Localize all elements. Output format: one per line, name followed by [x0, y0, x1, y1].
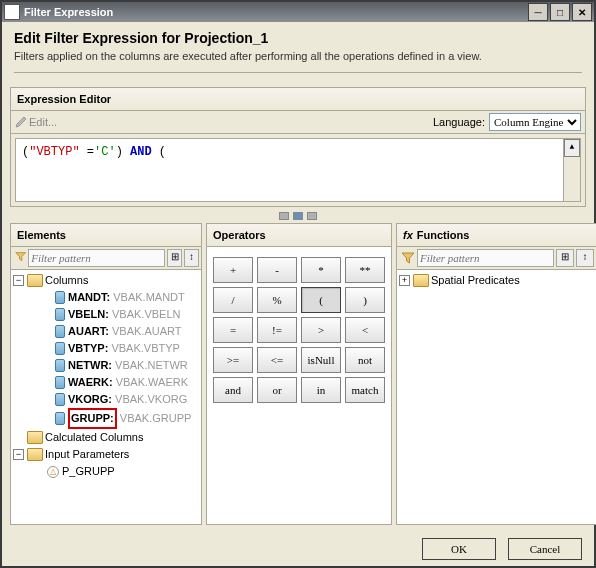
- column-icon: [55, 291, 65, 304]
- edit-link[interactable]: Edit...: [29, 116, 57, 128]
- page-title: Edit Filter Expression for Projection_1: [14, 30, 582, 46]
- elements-filter-input[interactable]: [28, 249, 165, 267]
- operator--button[interactable]: >: [301, 317, 341, 343]
- expand-icon[interactable]: +: [399, 275, 410, 286]
- expression-editor-panel: Expression Editor Edit... Language: Colu…: [10, 87, 586, 207]
- input-parameters-folder[interactable]: Input Parameters: [45, 448, 129, 460]
- columns-folder[interactable]: Columns: [45, 274, 88, 286]
- operator--button[interactable]: <=: [257, 347, 297, 373]
- operator--button[interactable]: **: [345, 257, 385, 283]
- folder-icon: [27, 448, 43, 461]
- operator--button[interactable]: <: [345, 317, 385, 343]
- funnel-icon: [15, 251, 26, 265]
- collapse-all-button[interactable]: ↕: [184, 249, 199, 267]
- elements-tree[interactable]: −ColumnsMANDT: VBAK.MANDTVBELN: VBAK.VBE…: [11, 270, 201, 482]
- page-subtitle: Filters applied on the columns are execu…: [14, 50, 582, 62]
- minimize-button[interactable]: ─: [528, 3, 548, 21]
- column-icon: [55, 359, 65, 372]
- operator-isNull-button[interactable]: isNull: [301, 347, 341, 373]
- splitter[interactable]: [10, 211, 586, 221]
- calculated-columns-folder[interactable]: Calculated Columns: [45, 431, 143, 443]
- column-item[interactable]: GRUPP: VBAK.GRUPP: [13, 408, 199, 429]
- operator--button[interactable]: ): [345, 287, 385, 313]
- operator--button[interactable]: +: [213, 257, 253, 283]
- maximize-button[interactable]: □: [550, 3, 570, 21]
- column-icon: [55, 412, 65, 425]
- expand-all-button[interactable]: ⊞: [556, 249, 574, 267]
- parameter-item[interactable]: △P_GRUPP: [13, 463, 199, 480]
- collapse-all-button[interactable]: ↕: [576, 249, 594, 267]
- language-select[interactable]: Column Engine: [489, 113, 581, 131]
- column-icon: [55, 308, 65, 321]
- operator-or-button[interactable]: or: [257, 377, 297, 403]
- operator--button[interactable]: =: [213, 317, 253, 343]
- column-item[interactable]: VKORG: VBAK.VKORG: [13, 391, 199, 408]
- pencil-icon: [15, 116, 27, 128]
- folder-icon: [27, 431, 43, 444]
- column-item[interactable]: VBTYP: VBAK.VBTYP: [13, 340, 199, 357]
- operator--button[interactable]: (: [301, 287, 341, 313]
- titlebar[interactable]: Filter Expression ─ □ ✕: [2, 2, 594, 22]
- operator--button[interactable]: /: [213, 287, 253, 313]
- code-scrollbar[interactable]: ▲: [563, 139, 580, 201]
- close-button[interactable]: ✕: [572, 3, 592, 21]
- column-icon: [55, 342, 65, 355]
- column-item[interactable]: WAERK: VBAK.WAERK: [13, 374, 199, 391]
- ok-button[interactable]: OK: [422, 538, 496, 560]
- operators-title: Operators: [213, 229, 266, 241]
- column-item[interactable]: AUART: VBAK.AUART: [13, 323, 199, 340]
- functions-tree[interactable]: +Spatial Predicates: [397, 270, 596, 291]
- operators-panel: Operators +-***/%()=!=><>=<=isNullnotand…: [206, 223, 392, 525]
- folder-icon: [413, 274, 429, 287]
- operator--button[interactable]: >=: [213, 347, 253, 373]
- column-icon: [55, 325, 65, 338]
- operator--button[interactable]: !=: [257, 317, 297, 343]
- funnel-icon: [401, 251, 415, 265]
- column-item[interactable]: MANDT: VBAK.MANDT: [13, 289, 199, 306]
- column-icon: [55, 376, 65, 389]
- operator--button[interactable]: %: [257, 287, 297, 313]
- fx-icon: fx: [403, 229, 413, 241]
- operator-in-button[interactable]: in: [301, 377, 341, 403]
- column-icon: [55, 393, 65, 406]
- language-label: Language:: [433, 116, 485, 128]
- functions-title: Functions: [417, 229, 470, 241]
- functions-item[interactable]: Spatial Predicates: [431, 274, 520, 286]
- collapse-icon[interactable]: −: [13, 449, 24, 460]
- elements-panel: Elements ⊞ ↕ −ColumnsMANDT: VBAK.MANDTVB…: [10, 223, 202, 525]
- parameter-icon: △: [47, 466, 59, 478]
- collapse-icon[interactable]: −: [13, 275, 24, 286]
- window-title: Filter Expression: [24, 6, 113, 18]
- operator-and-button[interactable]: and: [213, 377, 253, 403]
- operator-match-button[interactable]: match: [345, 377, 385, 403]
- column-item[interactable]: NETWR: VBAK.NETWR: [13, 357, 199, 374]
- column-item[interactable]: VBELN: VBAK.VBELN: [13, 306, 199, 323]
- expand-all-button[interactable]: ⊞: [167, 249, 182, 267]
- functions-panel: fxFunctions ⊞ ↕ +Spatial Predicates: [396, 223, 596, 525]
- elements-title: Elements: [17, 229, 66, 241]
- operator-not-button[interactable]: not: [345, 347, 385, 373]
- app-icon: [4, 4, 20, 20]
- cancel-button[interactable]: Cancel: [508, 538, 582, 560]
- operator--button[interactable]: *: [301, 257, 341, 283]
- expression-editor-title: Expression Editor: [17, 93, 111, 105]
- code-editor[interactable]: ("VBTYP" ='C') AND ( ▲: [15, 138, 581, 202]
- operator--button[interactable]: -: [257, 257, 297, 283]
- folder-icon: [27, 274, 43, 287]
- functions-filter-input[interactable]: [417, 249, 554, 267]
